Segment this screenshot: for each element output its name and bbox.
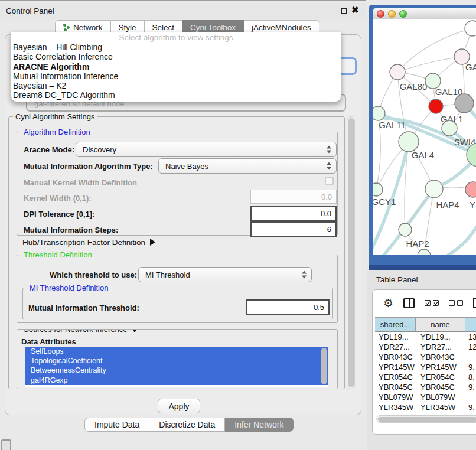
float-panel-icon[interactable] <box>341 8 347 14</box>
aracne-mode-combo[interactable]: Discovery <box>76 142 337 157</box>
attribute-list-scrollbar-thumb[interactable] <box>321 348 327 384</box>
dpi-tolerance-label: DPI Tolerance [0,1]: <box>24 210 94 219</box>
mi-steps-field[interactable]: 6 <box>250 221 337 237</box>
apply-button[interactable]: Apply <box>158 399 200 413</box>
deselect-checkboxes-icon[interactable] <box>449 298 463 308</box>
tab-infer-network[interactable]: Infer Network <box>225 418 294 432</box>
algorithm-popup-item[interactable]: Bayesian – Hill Climbing <box>11 43 341 52</box>
table-cell: YPR145W <box>416 363 465 373</box>
threshold-definition-title: Threshold Definition <box>21 250 94 259</box>
node-label: HAP2 <box>406 239 429 249</box>
split-columns-icon[interactable] <box>403 298 415 308</box>
gear-icon[interactable]: ⚙ <box>383 298 393 309</box>
table-cell: 9. <box>465 363 476 373</box>
zoom-traffic-light-icon[interactable] <box>399 10 407 18</box>
data-attributes-list[interactable]: SelfLoopsTopologicalCoefficientBetweenne… <box>25 347 328 387</box>
network-node[interactable] <box>455 94 474 113</box>
tab-discretize-data[interactable]: Discretize Data <box>149 418 225 432</box>
table-cell: YDL19... <box>375 332 416 343</box>
table-panel-title: Table Panel <box>376 275 418 284</box>
settings-scrollbar[interactable] <box>347 116 355 389</box>
network-canvas[interactable]: GALGAL80GAL10GAL1SWI4GAL11GAL4GCY1HAP4YH… <box>373 19 476 255</box>
network-node-gcy1[interactable] <box>373 183 383 196</box>
network-window-titlebar[interactable] <box>373 8 476 19</box>
manual-kernel-checkbox[interactable] <box>325 177 334 185</box>
data-attribute-item[interactable]: TopologicalCoefficient <box>25 356 328 366</box>
mi-steps-label: Mutual Information Steps: <box>24 226 118 234</box>
mi-threshold-value: 0.5 <box>314 303 324 312</box>
table-column-header[interactable] <box>465 318 476 331</box>
which-threshold-combo[interactable]: MI Threshold <box>138 267 312 282</box>
node-label: GAL <box>465 62 476 72</box>
table-row[interactable]: YDL19...YDL19...13 <box>375 332 476 343</box>
table-row[interactable]: YER054CYER054C8. <box>375 373 476 383</box>
settings-scrollbar-thumb[interactable] <box>348 118 354 387</box>
table-row[interactable]: YDR27...YDR27...12 <box>375 343 476 353</box>
table-cell: 12 <box>465 343 476 353</box>
table-scrollbar-thumb[interactable] <box>378 417 476 422</box>
table-column-header[interactable]: shared... <box>375 318 416 331</box>
table-cell: 9. <box>465 383 476 393</box>
dpi-tolerance-field[interactable]: 0.0 <box>250 206 337 221</box>
which-threshold-label: Which threshold to use: <box>50 270 137 279</box>
table-column-header[interactable]: name <box>416 318 465 331</box>
node-label: GAL4 <box>412 150 434 160</box>
table-row[interactable]: YPR145WYPR145W9. <box>375 363 476 373</box>
table-cell: YDL19... <box>416 332 465 343</box>
mi-threshold-group-title: MI Threshold Definition <box>27 283 110 292</box>
mi-threshold-label: Mutual Information Threshold: <box>28 304 139 312</box>
tab-impute-data[interactable]: Impute Data <box>84 418 149 432</box>
kernel-width-field[interactable]: 0.0 <box>250 190 337 204</box>
which-threshold-value: MI Threshold <box>145 270 190 279</box>
table-horizontal-scrollbar[interactable] <box>376 415 476 423</box>
network-node-gal4[interactable] <box>399 132 419 152</box>
algorithm-popup-item[interactable]: Dream8 DC_TDC Algorithm <box>11 90 341 100</box>
combo-arrows-icon <box>327 146 331 154</box>
network-node-gal80[interactable] <box>390 64 405 80</box>
control-panel-title: Control Panel <box>6 6 54 15</box>
combo-arrows-icon <box>327 162 331 170</box>
table-row[interactable]: YBR045CYBR045C9. <box>375 383 476 393</box>
table-row[interactable]: YBL079WYBL079W <box>375 393 476 403</box>
network-node-y[interactable] <box>465 182 476 197</box>
select-all-checkboxes-icon[interactable] <box>425 298 439 308</box>
hub-definition-expander[interactable]: Hub/Transcription Factor Definition <box>22 238 155 247</box>
table-toolbar: ⚙ <box>373 290 476 316</box>
table-row[interactable]: YBR043CYBR043C <box>375 353 476 363</box>
algorithm-popup-item[interactable]: Bayesian – K2 <box>11 81 341 90</box>
algorithm-popup-item[interactable]: ARACNE Algorithm <box>11 62 341 71</box>
algorithm-popup-item[interactable]: Basic Correlation Inference <box>11 52 341 61</box>
network-node-gal1[interactable] <box>429 99 443 113</box>
network-node-hap4[interactable] <box>425 180 443 198</box>
table-row[interactable]: YLR345WYLR345W9. <box>375 403 476 413</box>
new-table-icon[interactable] <box>473 298 476 308</box>
tab-label: Style <box>119 23 136 32</box>
bottom-tabs: Impute DataDiscretize DataInfer Network <box>84 418 294 432</box>
mi-threshold-field[interactable]: 0.5 <box>246 299 330 315</box>
mi-type-combo[interactable]: Naive Bayes <box>158 158 337 174</box>
minimized-panel-icon[interactable] <box>1 439 11 450</box>
node-label: GAL80 <box>400 81 428 92</box>
table-cell: YBR045C <box>416 383 465 393</box>
data-attribute-item[interactable]: SelfLoops <box>25 347 328 356</box>
minimize-traffic-light-icon[interactable] <box>388 10 396 18</box>
node-table-panel: ⚙ shared...name YDL19...YDL19...13YDR27.… <box>372 289 476 435</box>
control-panel-window: Control Panel ✖ NetworkStyleSelectCyni T… <box>0 0 366 435</box>
control-panel-titlebar: Control Panel ✖ <box>0 3 366 19</box>
network-node[interactable] <box>465 21 476 36</box>
data-attribute-item[interactable]: gal4RGexp <box>25 376 328 385</box>
expander-arrow-icon <box>150 239 155 246</box>
network-node-swi4[interactable] <box>442 120 457 136</box>
manual-kernel-label: Manual Kernel Width Definition <box>24 178 137 187</box>
close-traffic-light-icon[interactable] <box>377 10 384 18</box>
network-nodes: GALGAL80GAL10GAL1SWI4GAL11GAL4GCY1HAP4YH… <box>373 21 476 255</box>
network-window-frame-edge <box>369 265 476 270</box>
algorithm-popup-prompt: Select algorithm to view settings <box>11 33 341 42</box>
table-cell: YBL079W <box>375 393 416 403</box>
algorithm-popup-item[interactable]: Mutual Information Inference <box>11 71 341 81</box>
close-icon[interactable]: ✖ <box>351 5 359 15</box>
network-node-gal11[interactable] <box>373 106 385 120</box>
network-node-hap2[interactable] <box>399 223 412 236</box>
tab-label: Network <box>73 23 103 32</box>
data-attribute-item[interactable]: BetweennessCentrality <box>25 366 328 375</box>
